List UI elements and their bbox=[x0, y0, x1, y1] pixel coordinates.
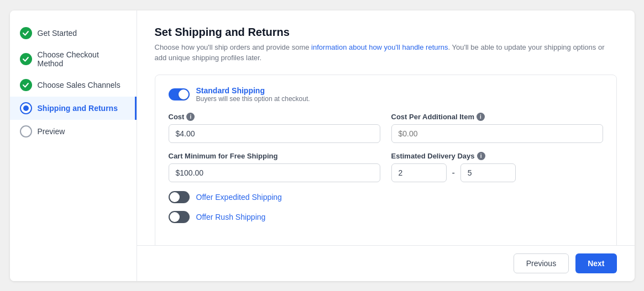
delivery-to-input[interactable] bbox=[460, 163, 516, 182]
cost-additional-info-icon[interactable]: i bbox=[477, 113, 485, 121]
main-content-area: Set Shipping and Returns Choose how you'… bbox=[137, 10, 635, 281]
delivery-dash: - bbox=[452, 168, 455, 178]
page-title: Set Shipping and Returns bbox=[155, 26, 617, 39]
standard-shipping-label: Standard Shipping bbox=[196, 86, 310, 95]
sidebar-item-shipping[interactable]: Shipping and Returns bbox=[10, 97, 137, 120]
rush-label: Offer Rush Shipping bbox=[196, 213, 266, 221]
check-icon-get-started bbox=[20, 27, 32, 39]
footer: Previous Next bbox=[137, 245, 635, 281]
standard-shipping-sub: Buyers will see this option at checkout. bbox=[196, 95, 310, 103]
cost-additional-label: Cost Per Additional Item i bbox=[391, 113, 603, 121]
standard-shipping-info: Standard Shipping Buyers will see this o… bbox=[196, 86, 310, 103]
standard-shipping-header: Standard Shipping Buyers will see this o… bbox=[169, 86, 603, 103]
sidebar-item-checkout-method[interactable]: Choose Checkout Method bbox=[10, 45, 137, 73]
cart-min-label: Cart Minimum for Free Shipping bbox=[169, 152, 380, 160]
cost-info-icon[interactable]: i bbox=[186, 113, 195, 121]
sidebar-item-preview[interactable]: Preview bbox=[10, 120, 137, 143]
delivery-days-label: Estimated Delivery Days i bbox=[391, 152, 603, 160]
pending-icon-preview bbox=[20, 125, 32, 137]
cost-row: Cost i Cost Per Additional Item i bbox=[169, 113, 603, 143]
delivery-info-icon[interactable]: i bbox=[477, 152, 485, 160]
sidebar-label-shipping: Shipping and Returns bbox=[38, 104, 118, 113]
sidebar-item-sales-channels[interactable]: Choose Sales Channels bbox=[10, 73, 137, 97]
delivery-days-inputs: - bbox=[391, 163, 603, 182]
standard-shipping-toggle[interactable] bbox=[169, 88, 190, 100]
sidebar-label-sales-channels: Choose Sales Channels bbox=[38, 81, 121, 89]
sidebar-label-preview: Preview bbox=[38, 127, 65, 136]
check-icon-sales bbox=[20, 79, 32, 91]
expedited-label: Offer Expedited Shipping bbox=[196, 193, 282, 202]
cart-delivery-row: Cart Minimum for Free Shipping Estimated… bbox=[169, 152, 603, 182]
expedited-row: Offer Expedited Shipping bbox=[169, 191, 603, 203]
cart-min-group: Cart Minimum for Free Shipping bbox=[169, 152, 380, 182]
cost-group: Cost i bbox=[169, 113, 380, 143]
delivery-from-input[interactable] bbox=[391, 163, 447, 182]
sidebar-label-checkout-method: Choose Checkout Method bbox=[38, 50, 127, 68]
app-container: Get Started Choose Checkout Method bbox=[0, 0, 644, 291]
previous-button[interactable]: Previous bbox=[514, 253, 569, 273]
sidebar-item-get-started[interactable]: Get Started bbox=[10, 22, 137, 45]
desc-link: information about how you'll handle retu… bbox=[311, 43, 448, 51]
sidebar-label-get-started: Get Started bbox=[38, 29, 77, 38]
rush-toggle[interactable] bbox=[169, 211, 190, 223]
main-card: Get Started Choose Checkout Method bbox=[10, 10, 635, 281]
shipping-section: Standard Shipping Buyers will see this o… bbox=[155, 75, 617, 266]
cost-label: Cost i bbox=[169, 113, 380, 121]
card-body: Get Started Choose Checkout Method bbox=[10, 10, 635, 281]
cost-input[interactable] bbox=[169, 124, 380, 143]
rush-row: Offer Rush Shipping bbox=[169, 211, 603, 223]
check-icon-checkout bbox=[20, 53, 32, 65]
cart-min-input[interactable] bbox=[169, 163, 380, 182]
page-description: Choose how you'll ship orders and provid… bbox=[155, 42, 617, 64]
next-button[interactable]: Next bbox=[575, 253, 616, 273]
expedited-toggle[interactable] bbox=[169, 191, 190, 203]
delivery-days-group: Estimated Delivery Days i - bbox=[391, 152, 603, 182]
active-icon-shipping bbox=[20, 102, 32, 114]
cost-additional-input[interactable] bbox=[391, 124, 603, 143]
cost-additional-group: Cost Per Additional Item i bbox=[391, 113, 603, 143]
sidebar: Get Started Choose Checkout Method bbox=[10, 10, 137, 281]
